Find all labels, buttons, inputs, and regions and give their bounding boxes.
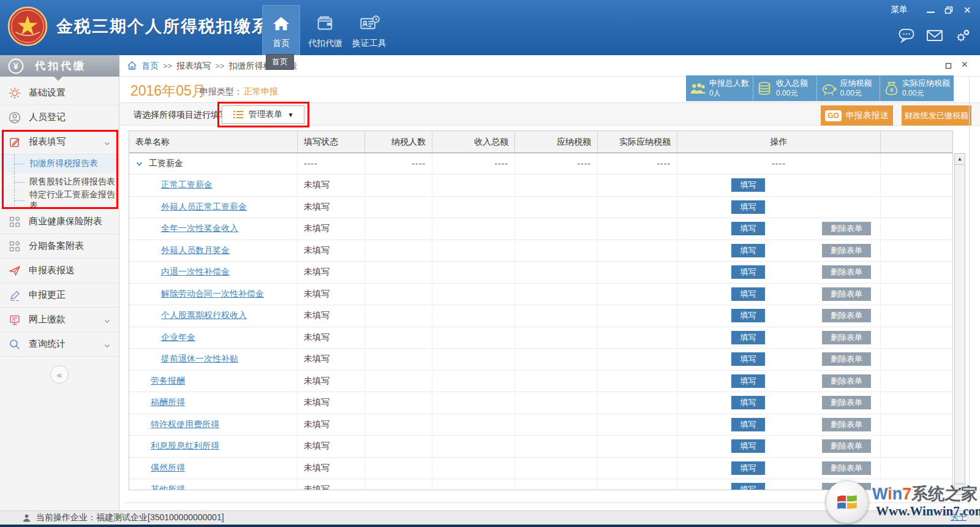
empty-cell: [515, 414, 598, 436]
form-link[interactable]: 提前退休一次性补贴: [161, 354, 238, 365]
fill-button[interactable]: 填写: [731, 309, 765, 322]
sidebar-collapse-button[interactable]: «: [50, 365, 69, 384]
form-name-cell: 解除劳动合同一次性补偿金: [129, 284, 298, 305]
form-link[interactable]: 其他所得: [151, 484, 185, 490]
sidebar-item[interactable]: 申报更正: [0, 283, 119, 308]
delete-form-button[interactable]: 删除表单: [822, 287, 871, 301]
finance-paid-tax-button[interactable]: 财政统发已缴税额: [902, 105, 971, 126]
form-link[interactable]: 正常工资薪金: [161, 180, 213, 191]
delete-form-button[interactable]: 删除表单: [822, 439, 871, 453]
fill-button[interactable]: 填写: [731, 331, 765, 344]
top-nav-item-2[interactable]: 代扣代缴: [306, 5, 344, 55]
delete-form-button[interactable]: 删除表单: [822, 265, 871, 279]
restore-icon[interactable]: [942, 4, 956, 16]
go-badge: GO: [825, 110, 842, 121]
empty-cell: [598, 197, 677, 218]
column-header: 收入总额: [432, 131, 515, 153]
fill-button[interactable]: 填写: [731, 352, 765, 366]
sidebar-item[interactable]: 查询统计: [0, 332, 119, 357]
form-link[interactable]: 外籍人员正常工资薪金: [161, 202, 247, 213]
operation-cell: 填写删除表单: [677, 284, 881, 305]
top-nav-item-1[interactable]: 首页: [262, 5, 300, 55]
settings-gears-icon[interactable]: [954, 27, 971, 44]
fill-button[interactable]: 填写: [731, 461, 765, 475]
window-menu-button[interactable]: 菜单: [891, 4, 908, 15]
chevron-down-icon[interactable]: [135, 160, 143, 168]
sidebar-item[interactable]: 网上缴款: [0, 308, 119, 332]
form-link[interactable]: 稿酬所得: [151, 397, 185, 408]
fill-button[interactable]: 填写: [731, 244, 765, 257]
table-row: 稿酬所得未填写填写删除表单: [129, 392, 952, 414]
sidebar-subitem[interactable]: 扣缴所得税报告表: [0, 154, 119, 173]
form-link[interactable]: 偶然所得: [151, 463, 185, 474]
form-link[interactable]: 劳务报酬: [151, 376, 185, 387]
delete-form-button[interactable]: 删除表单: [822, 331, 871, 344]
empty-cell: [515, 349, 598, 370]
close-icon[interactable]: ×: [960, 4, 974, 16]
fill-button[interactable]: 填写: [731, 418, 765, 431]
person-icon: [9, 112, 21, 124]
form-link[interactable]: 利息股息红利所得: [151, 441, 219, 452]
column-header: 操作: [677, 131, 881, 153]
fill-button[interactable]: 填写: [731, 439, 765, 453]
form-link[interactable]: 解除劳动合同一次性补偿金: [161, 289, 264, 300]
empty-cell: [598, 414, 677, 436]
pencilbox-icon: [9, 136, 21, 148]
delete-form-button[interactable]: 删除表单: [822, 461, 871, 475]
placeholder-dashes: ----: [577, 159, 591, 169]
form-link[interactable]: 个人股票期权行权收入: [161, 310, 247, 321]
sidebar-subitem[interactable]: 特定行业工资薪金报告表: [0, 191, 119, 210]
minimize-icon[interactable]: [924, 4, 937, 16]
vertical-scrollbar[interactable]: ▲ ▼: [954, 153, 965, 495]
table-group-row: 工资薪金------------------------: [129, 153, 952, 175]
stats-bar: 申报总人数0人收入总额0.00元应纳税额0.00元¥实际应纳税额0.00元: [686, 75, 954, 101]
form-link[interactable]: 企业年金: [161, 332, 195, 343]
delete-form-button[interactable]: 删除表单: [822, 309, 871, 322]
sidebar-list: 基础设置人员登记报表填写扣缴所得税报告表限售股转让所得报告表特定行业工资薪金报告…: [0, 81, 119, 357]
fill-button[interactable]: 填写: [731, 178, 765, 192]
operation-cell: 填写删除表单: [677, 262, 881, 283]
inner-maximize-icon[interactable]: [945, 61, 952, 72]
empty-cell: [365, 262, 432, 283]
delete-form-button[interactable]: 删除表单: [822, 418, 871, 431]
fill-button[interactable]: 填写: [731, 287, 765, 301]
fill-button[interactable]: 填写: [731, 200, 765, 214]
delete-form-button[interactable]: 删除表单: [822, 396, 871, 409]
extra-cell: [881, 305, 952, 327]
empty-cell: [515, 327, 598, 349]
fill-button[interactable]: 填写: [731, 222, 765, 235]
delete-form-button[interactable]: 删除表单: [822, 352, 871, 366]
form-link[interactable]: 全年一次性奖金收入: [161, 223, 238, 234]
sidebar-item[interactable]: 人员登记: [0, 105, 119, 130]
form-link[interactable]: 外籍人员数月奖金: [161, 245, 230, 256]
message-bubble-icon[interactable]: [898, 28, 915, 44]
scroll-up-icon[interactable]: ▲: [955, 154, 965, 165]
fill-button[interactable]: 填写: [731, 396, 765, 409]
mail-icon[interactable]: [926, 29, 943, 42]
empty-cell: [515, 392, 598, 414]
manage-forms-button[interactable]: 管理表单 ▼: [222, 105, 304, 124]
empty-cell: [365, 349, 432, 370]
inner-close-icon[interactable]: ×: [961, 58, 968, 71]
top-nav-item-3[interactable]: 换证工具: [350, 5, 388, 55]
sidebar-item[interactable]: 申报表报送: [0, 259, 119, 283]
fill-button[interactable]: 填写: [731, 374, 765, 388]
delete-form-button[interactable]: 删除表单: [822, 374, 871, 388]
breadcrumb-crumb-1[interactable]: 首页: [141, 61, 159, 70]
form-link[interactable]: 特许权使用费所得: [151, 419, 219, 430]
sidebar-item[interactable]: 商业健康保险附表: [0, 210, 119, 234]
form-link[interactable]: 内退一次性补偿金: [161, 267, 230, 278]
sidebar-item[interactable]: 分期备案附表: [0, 234, 119, 259]
sidebar-item[interactable]: 基础设置: [0, 81, 119, 105]
fill-button[interactable]: 填写: [731, 265, 765, 279]
fill-button[interactable]: 填写: [731, 483, 765, 490]
extra-cell: [881, 175, 952, 196]
breadcrumb-crumb-2: 报表填写: [176, 61, 211, 70]
submit-declaration-button[interactable]: GO 申报表报送: [821, 105, 893, 126]
toolbar: 请选择所得项目进行填写 管理表单 ▼ GO 申报表报送 财政统发已缴税额: [119, 102, 980, 126]
delete-form-button[interactable]: 删除表单: [822, 244, 871, 257]
sidebar-item[interactable]: 报表填写: [0, 130, 119, 154]
sidebar-subitem[interactable]: 限售股转让所得报告表: [0, 173, 119, 191]
delete-form-button[interactable]: 删除表单: [822, 222, 871, 235]
watermark-about-link[interactable]: 关于: [951, 512, 967, 523]
